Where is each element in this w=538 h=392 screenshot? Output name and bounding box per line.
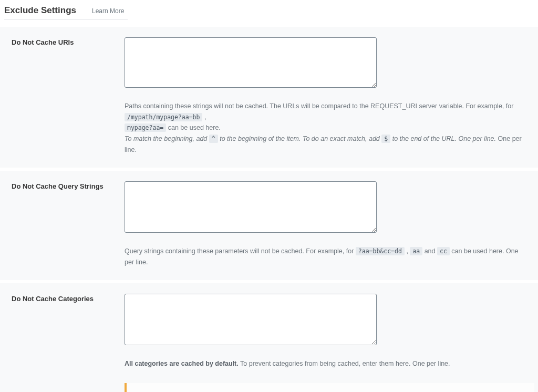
section-categories: Do Not Cache Categories All categories a…: [0, 283, 538, 392]
section-uris: Do Not Cache URIs Paths containing these…: [0, 27, 538, 168]
help-text: and: [425, 247, 437, 255]
help-text: can be used here.: [168, 124, 221, 131]
help-text: To match the beginning, add: [125, 135, 209, 142]
code-sample: /mypath/mypage?aa=bb: [125, 113, 202, 121]
categories-textarea[interactable]: [125, 294, 377, 345]
help-text-bold: All categories are cached by default.: [125, 360, 239, 367]
code-sample: aa: [410, 247, 422, 255]
code-sample: mypage?aa=: [125, 123, 166, 132]
query-textarea[interactable]: [125, 181, 377, 233]
help-text: Paths containing these strings will not …: [125, 102, 513, 110]
query-help: Query strings containing these parameter…: [125, 246, 526, 267]
note-box: NOTE: If the category slug is not found,…: [125, 383, 534, 392]
code-sample: ^: [209, 135, 218, 143]
uris-label: Do Not Cache URIs: [12, 38, 74, 46]
help-text: to the beginning of the item. To do an e…: [220, 135, 381, 142]
categories-help: All categories are cached by default. To…: [125, 358, 526, 369]
code-sample: cc: [437, 247, 450, 255]
categories-label: Do Not Cache Categories: [12, 295, 94, 303]
settings-header: Exclude Settings Learn More: [0, 0, 538, 19]
code-sample: ?aa=bb&cc=dd: [356, 247, 405, 255]
help-text: To prevent categories from being cached,…: [240, 360, 450, 367]
help-text: to the end of the URL. One per line.: [392, 135, 496, 142]
query-label: Do Not Cache Query Strings: [12, 182, 104, 190]
learn-more-link[interactable]: Learn More: [92, 7, 124, 15]
page-title: Exclude Settings: [4, 5, 76, 16]
header-underline: [4, 19, 128, 19]
help-text: Query strings containing these parameter…: [125, 247, 356, 255]
help-text: ,: [204, 114, 206, 121]
uris-textarea[interactable]: [125, 37, 377, 88]
section-query: Do Not Cache Query Strings Query strings…: [0, 171, 538, 280]
uris-help: Paths containing these strings will not …: [125, 101, 526, 155]
code-sample: $: [381, 135, 390, 143]
